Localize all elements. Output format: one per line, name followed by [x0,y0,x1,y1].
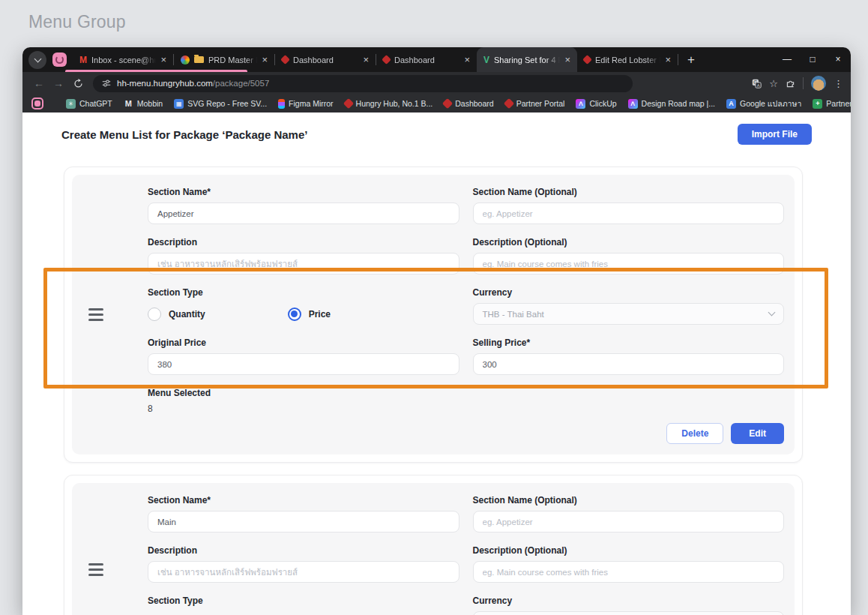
page-title: Create Menu List for Package ‘Package Na… [61,128,307,141]
extensions-puzzle-icon[interactable] [786,79,795,88]
tab-close-icon[interactable]: × [665,55,671,64]
menu-selected-count: 8 [148,404,459,414]
bookmark-group-chip[interactable] [31,98,43,110]
delete-button[interactable]: Delete [666,423,723,444]
selling-price-input[interactable] [473,353,785,375]
drag-handle-icon[interactable] [88,305,103,324]
hungryhub-icon [504,98,514,109]
tab-dashboard-1[interactable]: Dashboard × [275,47,376,72]
section-card-main: Section Name* Section Name (Optional) De… [64,475,803,615]
tab-prd-master-list[interactable]: PRD Master List | Hun × [174,47,274,72]
import-file-button[interactable]: Import File [738,124,812,145]
bookmark-figma-mirror[interactable]: Figma Mirror [278,99,334,109]
original-price-input[interactable] [148,353,459,375]
url-text: hh-menu.hungryhub.com/package/5057 [117,79,269,88]
site-settings-icon[interactable] [102,79,111,88]
description-optional-field: Description (Optional) [473,545,785,583]
section-fields: Section Name* Section Name (Optional) De… [148,483,795,615]
translate-icon[interactable]: G A [752,79,762,88]
maximize-button[interactable]: □ [800,50,825,69]
section-fields: Section Name* Section Name (Optional) De… [148,175,795,454]
hungryhub-icon [382,55,391,64]
currency-field: Currency THB - Thai Baht [473,596,785,615]
svgrepo-icon [174,99,184,109]
description-field: Description [148,237,459,274]
tab-close-icon[interactable]: × [464,55,470,64]
tab-separator [678,54,678,65]
browser-menu-icon[interactable]: ⋮ [834,78,843,89]
bookmark-clickup[interactable]: ClickUp [576,99,616,109]
section-name-input[interactable] [148,511,459,532]
hungryhub-icon [442,98,453,109]
tab-edit-red-lobster[interactable]: Edit Red Lobster EMSPHE × [577,47,678,72]
section-panel: Section Name* Section Name (Optional) De… [72,175,795,454]
minimize-button[interactable]: — [774,50,800,69]
toolbar-right-icons: G A ☆ ⋮ [746,76,843,91]
profile-avatar[interactable] [811,76,826,91]
tab-search-button[interactable] [28,51,46,69]
description-optional-input[interactable] [473,253,785,274]
browser-toolbar: ← → hh-menu.hungryhub.com/package/5057 G [22,72,851,94]
description-optional-input[interactable] [473,561,785,583]
tab-group-chip[interactable] [52,52,67,67]
hungryhub-icon [280,55,290,64]
original-price-field: Original Price [148,338,459,375]
vue-icon: V [483,55,489,65]
window-controls: — □ × [774,50,851,69]
radio-checked-icon[interactable] [288,308,301,321]
bookmark-star-icon[interactable]: ☆ [769,78,778,89]
page-header: Create Menu List for Package ‘Package Na… [22,124,851,144]
sheets-icon [813,99,822,109]
description-input[interactable] [148,561,459,583]
section-name-input[interactable] [148,202,459,224]
tab-dashboard-2[interactable]: Dashboard × [376,47,477,72]
chatgpt-icon [66,99,76,109]
tab-close-icon[interactable]: × [363,55,369,64]
drag-handle-icon[interactable] [88,560,103,579]
currency-select[interactable]: THB - Thai Baht [473,303,785,325]
section-name-field: Section Name* [148,495,459,532]
tab-close-icon[interactable]: × [564,55,570,64]
tab-strip: M Inbox - scene@hungryhu × PRD Master Li… [22,47,851,72]
tab-close-icon[interactable]: × [160,55,166,64]
section-cards: Section Name* Section Name (Optional) De… [64,166,803,615]
tab-sharing-set-active[interactable]: V Sharing Set for 4 People × [477,47,577,72]
edit-button[interactable]: Edit [731,423,784,444]
back-button[interactable]: ← [30,74,48,92]
tab-close-icon[interactable]: × [262,55,268,64]
description-optional-field: Description (Optional) [473,237,785,274]
description-input[interactable] [148,253,459,274]
quantity-radio-option[interactable]: Quantity [148,308,205,321]
bookmark-svgrepo[interactable]: SVG Repo - Free SV... [174,99,267,109]
bookmark-chatgpt[interactable]: ChatGPT [66,99,112,109]
bookmark-dashboard[interactable]: Dashboard [444,99,493,108]
browser-window: M Inbox - scene@hungryhu × PRD Master Li… [22,47,851,615]
desktop-window-title: Menu Group [28,12,126,32]
section-name-optional-field: Section Name (Optional) [473,187,785,224]
tab-inbox[interactable]: M Inbox - scene@hungryhu × [73,47,173,72]
reload-icon [73,79,83,88]
bookmark-partners-categories[interactable]: Partners categories l... [813,99,851,109]
price-radio-option[interactable]: Price [288,308,331,321]
address-bar[interactable]: hh-menu.hungryhub.com/package/5057 [93,75,633,92]
drag-handle-column [72,483,148,615]
clickup-icon [628,99,638,109]
folder-icon [194,56,204,63]
section-name-optional-input[interactable] [473,511,785,532]
section-name-optional-input[interactable] [473,202,785,224]
bookmark-design-roadmap[interactable]: Design Road map |... [628,99,715,109]
section-type-field: Section Type Quantity Price [148,287,459,325]
radio-unchecked-icon[interactable] [148,308,161,321]
bookmark-mobbin[interactable]: Mobbin [124,99,163,109]
section-type-field: Section Type Quantity Price [148,596,459,615]
bookmark-google-translate[interactable]: Google แปลภาษา [726,98,801,110]
tab-group-underline [65,70,247,72]
reload-button[interactable] [69,74,87,92]
forward-button[interactable]: → [49,74,67,92]
new-tab-button[interactable]: + [681,50,701,70]
close-window-button[interactable]: × [825,50,851,69]
bookmark-partner-portal[interactable]: Partner Portal [505,99,565,108]
bookmark-hungry-hub[interactable]: Hungry Hub, No.1 B... [345,99,433,108]
currency-select[interactable]: THB - Thai Baht [473,611,785,615]
hungryhub-icon [343,98,353,109]
